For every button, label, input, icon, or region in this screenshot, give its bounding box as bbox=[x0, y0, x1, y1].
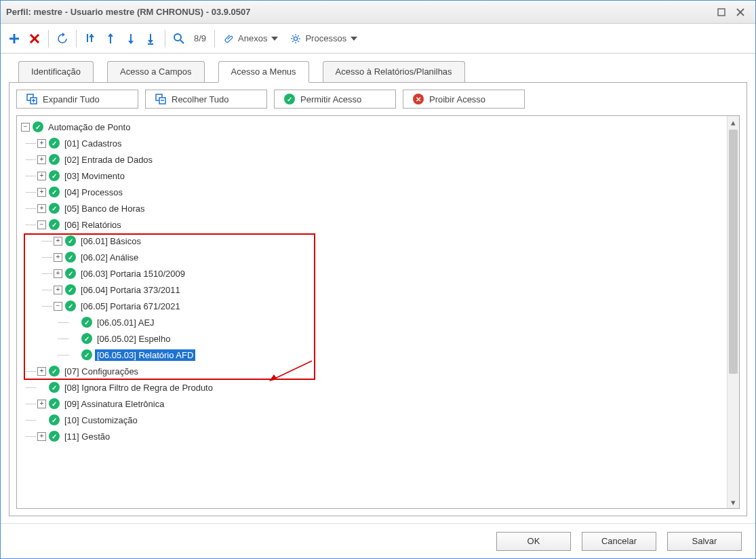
node-label: [03] Movimento bbox=[62, 170, 127, 182]
tree-node[interactable]: + ✓ [09] Assinatura Eletrônica bbox=[21, 396, 727, 412]
tree-node[interactable]: + ✓ [05] Banco de Horas bbox=[21, 200, 727, 216]
tree-node[interactable]: ✓ [10] Customização bbox=[21, 412, 727, 428]
tree-node-selected[interactable]: ✓ [06.05.03] Relatório AFD bbox=[21, 347, 727, 363]
toggle-plus-icon[interactable]: + bbox=[54, 286, 62, 294]
check-icon: ✓ bbox=[49, 382, 60, 393]
tab-acesso-campos[interactable]: Acesso a Campos bbox=[107, 61, 205, 83]
svg-marker-7 bbox=[62, 33, 65, 37]
processos-dropdown[interactable]: Processos bbox=[285, 28, 363, 49]
node-label: [06.01] Básicos bbox=[79, 235, 143, 247]
delete-button[interactable] bbox=[25, 28, 44, 49]
toggle-minus-icon[interactable]: − bbox=[37, 220, 46, 229]
svg-point-21 bbox=[294, 37, 298, 40]
scroll-thumb[interactable] bbox=[729, 130, 738, 374]
content-area: Identificação Acesso a Campos Acesso a M… bbox=[1, 54, 755, 523]
svg-marker-14 bbox=[128, 41, 134, 44]
anexos-dropdown[interactable]: Anexos bbox=[219, 28, 283, 49]
node-label: [07] Configurações bbox=[62, 366, 140, 377]
toggle-plus-icon[interactable]: + bbox=[37, 400, 46, 408]
node-label: [05] Banco de Horas bbox=[62, 203, 147, 214]
allow-access-button[interactable]: ✓ Permitir Acesso bbox=[274, 90, 396, 109]
tree-node[interactable]: ✓ [08] Ignora Filtro de Regra de Produto bbox=[21, 379, 727, 396]
check-icon: ✓ bbox=[65, 284, 76, 295]
save-button[interactable]: Salvar bbox=[667, 532, 742, 551]
scroll-down-icon[interactable]: ▾ bbox=[728, 496, 739, 508]
tab-acesso-relatorios[interactable]: Acesso à Relatórios/Planilhas bbox=[323, 61, 465, 83]
check-icon: ✓ bbox=[65, 301, 76, 311]
search-button[interactable] bbox=[170, 28, 188, 49]
add-button[interactable] bbox=[5, 28, 24, 49]
toggle-plus-icon[interactable]: + bbox=[54, 269, 62, 278]
toggle-minus-icon[interactable]: − bbox=[21, 123, 30, 132]
toggle-none bbox=[70, 334, 79, 343]
check-icon: ✓ bbox=[49, 138, 60, 149]
svg-marker-20 bbox=[271, 37, 278, 41]
cancel-button[interactable]: Cancelar bbox=[582, 532, 656, 551]
first-button[interactable] bbox=[81, 28, 100, 49]
tree-node[interactable]: + ✓ [03] Movimento bbox=[21, 168, 727, 184]
tree-node[interactable]: − ✓ [06.05] Portaria 671/2021 bbox=[21, 298, 727, 314]
toggle-plus-icon[interactable]: + bbox=[37, 139, 46, 148]
node-label: Automação de Ponto bbox=[46, 121, 132, 133]
next-button[interactable] bbox=[121, 28, 140, 49]
toggle-plus-icon[interactable]: + bbox=[37, 188, 46, 197]
tree-node[interactable]: + ✓ [01] Cadastros bbox=[21, 135, 727, 151]
toggle-plus-icon[interactable]: + bbox=[37, 172, 46, 180]
toggle-plus-icon[interactable]: + bbox=[37, 204, 46, 213]
tree-node[interactable]: + ✓ [11] Gestão bbox=[21, 428, 727, 444]
close-button[interactable] bbox=[731, 5, 750, 20]
toggle-plus-icon[interactable]: + bbox=[37, 432, 46, 441]
node-label: [09] Assinatura Eletrônica bbox=[62, 398, 166, 410]
toggle-plus-icon[interactable]: + bbox=[37, 155, 46, 164]
deny-access-button[interactable]: ✕ Proibir Acesso bbox=[403, 90, 525, 109]
expand-all-button[interactable]: Expandir Tudo bbox=[16, 90, 138, 109]
processos-label: Processos bbox=[305, 33, 346, 43]
node-label: [10] Customização bbox=[62, 415, 140, 426]
toggle-minus-icon[interactable]: − bbox=[54, 302, 62, 311]
tree-node[interactable]: + ✓ [04] Processos bbox=[21, 184, 727, 200]
scroll-up-icon[interactable]: ▴ bbox=[728, 116, 739, 128]
svg-marker-10 bbox=[89, 34, 94, 37]
chevron-down-icon bbox=[271, 37, 278, 41]
svg-point-18 bbox=[174, 34, 181, 41]
check-icon: ✓ bbox=[49, 398, 60, 409]
last-button[interactable] bbox=[142, 28, 161, 49]
check-icon: ✓ bbox=[49, 187, 60, 197]
tree-node[interactable]: ✓ [06.05.01] AEJ bbox=[21, 314, 727, 330]
tab-acesso-menus[interactable]: Acesso a Menus bbox=[218, 61, 309, 83]
maximize-button[interactable] bbox=[712, 5, 731, 20]
toggle-plus-icon[interactable]: + bbox=[54, 253, 62, 262]
toggle-none bbox=[70, 318, 79, 327]
titlebar: Perfil: mestre - Usuario mestre (RM CHRO… bbox=[1, 1, 755, 24]
tree-node[interactable]: + ✓ [06.04] Portaria 373/2011 bbox=[21, 282, 727, 298]
toggle-plus-icon[interactable]: + bbox=[54, 237, 62, 246]
tree-node[interactable]: + ✓ [07] Configurações bbox=[21, 363, 727, 379]
ok-button[interactable]: OK bbox=[496, 532, 571, 551]
deny-access-label: Proibir Acesso bbox=[429, 94, 485, 104]
tab-panel: Expandir Tudo Recolher Tudo ✓ Permitir A… bbox=[9, 82, 747, 516]
refresh-button[interactable] bbox=[53, 28, 72, 49]
tree-node[interactable]: + ✓ [06.03] Portaria 1510/2009 bbox=[21, 265, 727, 282]
check-icon: ✓ bbox=[284, 94, 295, 104]
gear-icon bbox=[290, 33, 301, 44]
vertical-scrollbar[interactable]: ▴ ▾ bbox=[727, 116, 739, 508]
svg-marker-22 bbox=[351, 37, 357, 41]
node-label: [06.02] Análise bbox=[79, 252, 140, 263]
toggle-plus-icon[interactable]: + bbox=[37, 367, 46, 376]
tree-node[interactable]: ✓ [06.05.02] Espelho bbox=[21, 330, 727, 347]
tree-node[interactable]: + ✓ [06.01] Básicos bbox=[21, 233, 727, 249]
tree-node[interactable]: + ✓ [06.02] Análise bbox=[21, 249, 727, 265]
tree-node[interactable]: − ✓ [06] Relatórios bbox=[21, 216, 727, 233]
check-icon: ✓ bbox=[81, 349, 92, 360]
record-counter: 8/9 bbox=[190, 33, 210, 43]
collapse-all-button[interactable]: Recolher Tudo bbox=[145, 90, 267, 109]
tab-identificacao[interactable]: Identificação bbox=[18, 61, 94, 83]
check-icon: ✓ bbox=[65, 235, 76, 246]
tree-container: − ✓ Automação de Ponto + ✓ [01] Cadastro… bbox=[16, 115, 740, 509]
anexos-label: Anexos bbox=[238, 33, 267, 43]
svg-rect-0 bbox=[718, 9, 725, 16]
tree-node[interactable]: + ✓ [02] Entrada de Dados bbox=[21, 151, 727, 168]
menu-tree: − ✓ Automação de Ponto + ✓ [01] Cadastro… bbox=[17, 116, 727, 508]
prev-button[interactable] bbox=[101, 28, 120, 49]
tree-node-root[interactable]: − ✓ Automação de Ponto bbox=[21, 119, 727, 135]
